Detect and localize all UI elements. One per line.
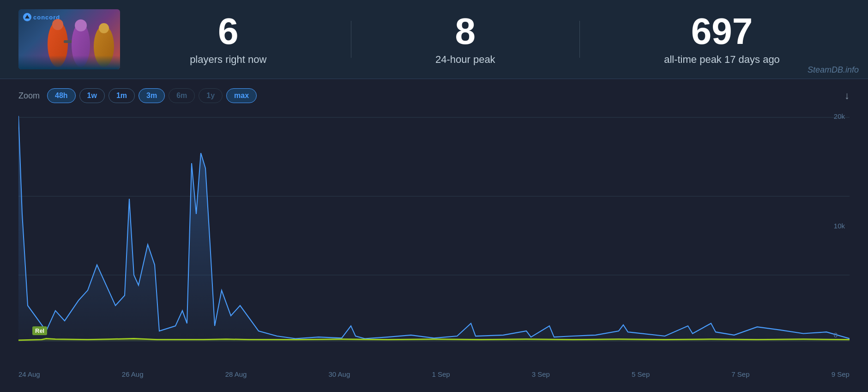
x-label-9sep: 9 Sep	[832, 370, 850, 378]
zoom-btn-1w[interactable]: 1w	[79, 88, 105, 103]
x-label-24aug: 24 Aug	[18, 370, 40, 378]
stat-peak-24h: 8 24-hour peak	[435, 13, 495, 66]
zoom-btn-48h[interactable]: 48h	[47, 88, 76, 103]
alltime-peak-number: 697	[664, 13, 780, 50]
peak-24h-number: 8	[435, 13, 495, 50]
chart-svg	[18, 112, 850, 367]
svg-marker-0	[25, 15, 30, 18]
svg-point-5	[75, 19, 87, 31]
alltime-peak-label: all-time peak 17 days ago	[664, 54, 780, 66]
x-label-5sep: 5 Sep	[632, 370, 650, 378]
x-label-28aug: 28 Aug	[225, 370, 247, 378]
stat-divider-1	[351, 21, 351, 58]
zoom-btn-3m[interactable]: 3m	[139, 88, 165, 103]
svg-point-7	[99, 23, 109, 33]
rel-badge: Rel	[32, 326, 47, 335]
game-image: concord	[18, 9, 120, 69]
x-label-26aug: 26 Aug	[122, 370, 144, 378]
players-now-label: players right now	[190, 54, 266, 66]
zoom-btn-1m[interactable]: 1m	[108, 88, 135, 103]
zoom-controls: Zoom 48h 1w 1m 3m 6m 1y max ↓	[18, 88, 850, 103]
stats-container: 6 players right now 8 24-hour peak 697 a…	[120, 13, 850, 66]
zoom-btn-max[interactable]: max	[226, 88, 257, 103]
logo-icon	[23, 13, 31, 21]
stat-divider-2	[579, 21, 580, 58]
zoom-btn-6m[interactable]: 6m	[169, 88, 195, 103]
players-now-number: 6	[190, 13, 266, 50]
x-label-30aug: 30 Aug	[329, 370, 350, 378]
x-label-3sep: 3 Sep	[532, 370, 550, 378]
chart-section: Zoom 48h 1w 1m 3m 6m 1y max ↓	[0, 79, 868, 383]
x-axis-labels: 24 Aug 26 Aug 28 Aug 30 Aug 1 Sep 3 Sep …	[18, 367, 850, 378]
zoom-btn-1y[interactable]: 1y	[199, 88, 223, 103]
chart-wrapper: 20k 10k 0 Rel	[18, 112, 850, 367]
download-button[interactable]: ↓	[844, 90, 850, 102]
stat-alltime-peak: 697 all-time peak 17 days ago	[664, 13, 780, 66]
zoom-label: Zoom	[18, 91, 40, 101]
x-label-7sep: 7 Sep	[731, 370, 749, 378]
steamdb-credit: SteamDB.info	[808, 65, 859, 75]
header-section: concord	[0, 0, 868, 79]
peak-24h-label: 24-hour peak	[435, 54, 495, 66]
stat-players-now: 6 players right now	[190, 13, 266, 66]
svg-point-2	[52, 19, 63, 30]
x-label-1sep: 1 Sep	[432, 370, 450, 378]
